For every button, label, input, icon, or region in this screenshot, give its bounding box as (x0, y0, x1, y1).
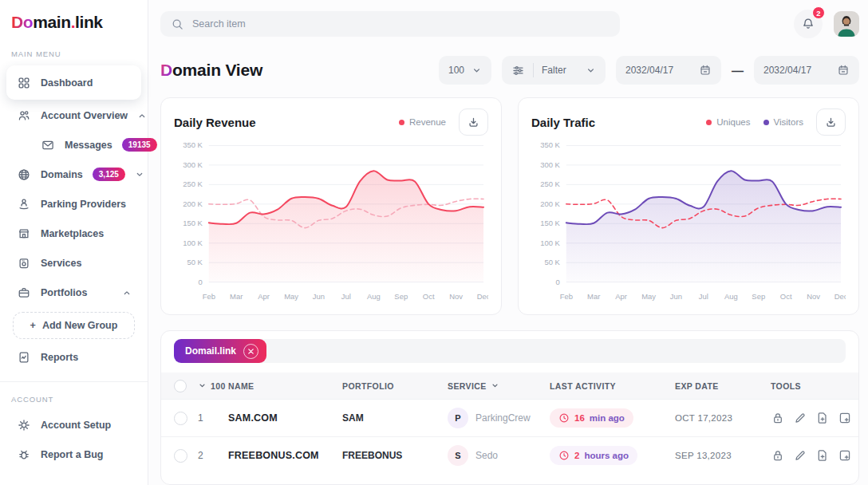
lock-tool-button[interactable] (771, 411, 785, 425)
select-all-checkbox[interactable] (174, 380, 187, 392)
charts-row: Daily Revenue Revenue 050 K100 K150 K200… (160, 97, 859, 315)
per-page-select[interactable]: 100 (439, 56, 491, 85)
services-icon (16, 255, 31, 270)
column-header-last-activity[interactable]: LAST ACTIVITY (550, 381, 675, 391)
search-input[interactable] (192, 18, 610, 30)
svg-text:Dec: Dec (834, 292, 846, 301)
date-from-input[interactable]: 2032/04/17 (616, 56, 721, 85)
chart-header: Daily Trafic Uniques Visitors (531, 108, 846, 136)
sidebar-item-account-overview[interactable]: Account Overview (6, 101, 141, 129)
main-menu-label: MAIN MENU (0, 37, 148, 65)
svg-text:Oct: Oct (423, 292, 435, 301)
daily-revenue-card: Daily Revenue Revenue 050 K100 K150 K200… (160, 97, 502, 315)
svg-text:100 K: 100 K (540, 239, 560, 247)
row-checkbox[interactable] (174, 449, 187, 463)
svg-text:100 K: 100 K (183, 239, 203, 247)
sidebar-item-messages[interactable]: Messages 19135 (30, 131, 141, 159)
sidebar-item-parking-providers[interactable]: Parking Providers (6, 190, 141, 218)
file-add-tool-button[interactable] (815, 448, 830, 463)
column-header-portfolio[interactable]: PORTFOLIO (342, 381, 448, 391)
table-row[interactable]: 2 FREEBONUS.COM FREEBONUS S Sedo 2 hours… (161, 436, 858, 474)
portfolio-name: SAM (342, 412, 448, 424)
svg-text:300 K: 300 K (540, 160, 560, 169)
filter-dropdown[interactable]: Falter (502, 56, 606, 85)
svg-text:200 K: 200 K (183, 199, 203, 208)
svg-text:Feb: Feb (203, 292, 215, 301)
domains-table-card: Domail.link 100 NAME PORTFOLIO SERVICE L… (160, 330, 859, 485)
per-page-value: 100 (448, 65, 464, 76)
sidebar: Domain.link MAIN MENU Dashboard Account … (0, 0, 148, 485)
svg-text:Mar: Mar (230, 292, 243, 301)
chevron-down-icon (491, 381, 499, 390)
svg-text:Sep: Sep (752, 292, 765, 301)
search-icon (171, 18, 184, 31)
sidebar-item-report-a-bug[interactable]: Report a Bug (6, 440, 141, 468)
svg-text:50 K: 50 K (187, 258, 203, 266)
column-header-name[interactable]: NAME (228, 381, 342, 391)
sidebar-item-account-setup[interactable]: Account Setup (6, 411, 141, 439)
column-header-count[interactable]: 100 (198, 381, 228, 391)
daily-traffic-chart: 050 K100 K150 K200 K250 K300 K350 KFebMa… (531, 139, 846, 305)
column-header-label: SERVICE (448, 381, 487, 391)
filter-divider (533, 63, 534, 77)
filter-chip-bar: Domail.link (174, 339, 846, 363)
svg-text:May: May (284, 292, 298, 301)
sidebar-item-label: Dashboard (41, 77, 132, 89)
column-header-service[interactable]: SERVICE (448, 381, 550, 391)
calendar-icon (837, 64, 850, 77)
sidebar-item-services[interactable]: Services (6, 249, 141, 277)
sidebar-item-label: Marketplaces (41, 228, 132, 239)
notifications-button[interactable]: 2 (794, 10, 823, 38)
column-header-tools: TOOLS (771, 381, 858, 391)
date-to-value: 2032/04/17 (763, 65, 811, 76)
page-title-rest: omain View (172, 61, 262, 79)
legend-dot (706, 120, 712, 125)
chevron-down-icon (471, 65, 482, 76)
legend-label: Visitors (774, 117, 804, 127)
chevron-up-icon (137, 111, 147, 120)
activity-badge: 2 hours ago (550, 446, 637, 465)
exp-date: SEP 13,2023 (675, 451, 771, 460)
sidebar-item-reports[interactable]: Reports (6, 343, 141, 371)
filter-label: Falter (542, 65, 578, 76)
chevron-up-icon (122, 288, 132, 298)
duplicate-add-tool-button[interactable] (838, 448, 852, 463)
service-cell: S Sedo (448, 445, 550, 466)
report-icon (16, 349, 31, 365)
file-add-tool-button[interactable] (815, 411, 830, 425)
activity-unit: min ago (590, 413, 625, 423)
search-bar[interactable] (160, 11, 620, 37)
svg-text:150 K: 150 K (540, 219, 560, 227)
sidebar-item-dashboard[interactable]: Dashboard (6, 65, 141, 100)
add-new-group-label: Add New Group (42, 320, 117, 331)
date-to-input[interactable]: 2032/04/17 (754, 56, 859, 85)
sidebar-item-label: Parking Providers (41, 199, 132, 210)
svg-text:Aug: Aug (367, 292, 381, 301)
users-icon (16, 108, 31, 123)
app-logo[interactable]: Domain.link (0, 0, 148, 37)
table-row[interactable]: 1 SAM.COM SAM P ParkingCrew 16 min ago O… (161, 399, 858, 436)
sidebar-item-marketplaces[interactable]: Marketplaces (6, 219, 141, 247)
last-activity-cell: 16 min ago (550, 408, 675, 428)
add-new-group-button[interactable]: + Add New Group (13, 312, 135, 339)
sidebar-item-label: Reports (41, 352, 132, 363)
duplicate-add-tool-button[interactable] (838, 411, 852, 425)
account-section-label: ACCOUNT (0, 382, 148, 410)
svg-text:Aug: Aug (724, 292, 738, 301)
edit-tool-button[interactable] (793, 448, 807, 463)
chevron-down-icon (198, 381, 207, 390)
row-checkbox[interactable] (174, 412, 187, 425)
lock-tool-button[interactable] (771, 448, 785, 463)
download-chart-button[interactable] (816, 108, 846, 136)
sidebar-item-portfolios[interactable]: Portfolios (6, 278, 141, 306)
download-chart-button[interactable] (459, 108, 488, 136)
remove-chip-button[interactable] (243, 344, 258, 359)
user-avatar[interactable] (834, 11, 859, 37)
edit-tool-button[interactable] (793, 411, 807, 425)
domain-filter-chip[interactable]: Domail.link (174, 339, 266, 363)
column-header-exp-date[interactable]: EXP DATE (675, 381, 771, 391)
sidebar-item-domains[interactable]: Domains 3,125 (6, 160, 141, 188)
svg-text:Feb: Feb (560, 292, 573, 301)
row-number: 1 (198, 412, 228, 424)
chip-label: Domail.link (185, 345, 236, 357)
